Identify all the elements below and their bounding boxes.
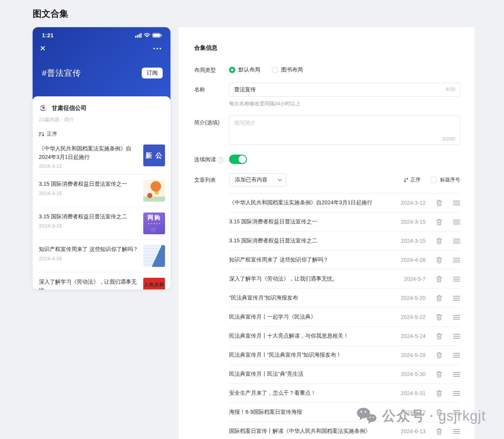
trash-icon[interactable] bbox=[436, 257, 442, 263]
intro-label: 简介(选填) bbox=[194, 115, 229, 126]
article-title: 《中华人民共和国档案法实施条例》自2024年3月1日起施行 bbox=[39, 145, 139, 161]
collection-editor-panel: 合集信息 布局类型 默认布局 图书布局 名称 4/30 每次名称修改需间隔24 bbox=[179, 27, 474, 439]
row-title: 3.15 国际消费者权益日普法宣传之一 bbox=[229, 218, 390, 225]
phone-article-list: 《中华人民共和国档案法实施条例》自2024年3月1日起施行 2024-3-12 … bbox=[39, 139, 165, 289]
table-row: 民法典宣传月丨一起学习《民法典》 2024-5-22 bbox=[229, 308, 460, 327]
sort-arrows-icon bbox=[404, 178, 408, 183]
phone-sort-toggle[interactable]: 正序 bbox=[39, 131, 165, 138]
account-row[interactable]: 甘肃征信公司 bbox=[39, 103, 165, 113]
article-list-label: 文章列表 bbox=[194, 173, 229, 184]
account-meta: 21篇内容 · 简介 bbox=[39, 116, 165, 123]
trash-icon[interactable] bbox=[436, 295, 442, 301]
article-table: 《中华人民共和国档案法实施条例》自2024年3月1日起施行 2024-3-12 … bbox=[229, 193, 460, 439]
intro-textarea[interactable] bbox=[229, 116, 460, 136]
drag-handle-icon[interactable] bbox=[453, 372, 460, 377]
drag-handle-icon[interactable] bbox=[453, 410, 460, 415]
subscribe-button[interactable]: 订阅 bbox=[142, 68, 163, 78]
trash-icon[interactable] bbox=[436, 314, 442, 321]
row-title: 安全生产月来了，怎么干？看重点！ bbox=[229, 390, 390, 397]
table-row: 国际档案日宣传丨解读《中华人民共和国档案法实施条例》 2024-6-13 bbox=[229, 422, 460, 439]
table-row: 安全生产月来了，怎么干？看重点！ 2024-5-31 bbox=[229, 384, 460, 403]
drag-handle-icon[interactable] bbox=[453, 239, 460, 244]
chevron-down-icon[interactable] bbox=[273, 179, 286, 181]
trash-icon[interactable] bbox=[436, 428, 442, 435]
radio-book-layout[interactable]: 图书布局 bbox=[272, 66, 303, 73]
article-thumbnail bbox=[143, 180, 165, 202]
article-date: 2024-3-12 bbox=[39, 163, 139, 169]
drag-handle-icon[interactable] bbox=[453, 334, 460, 339]
trash-icon[interactable] bbox=[436, 390, 442, 397]
radio-book-label: 图书布局 bbox=[281, 66, 303, 73]
title-number-checkbox-row[interactable]: 标题序号 bbox=[431, 176, 460, 183]
phone-sort-label: 正序 bbox=[47, 131, 57, 138]
article-title: 深入了解学习《劳动法》，让我们遇事无忧。 bbox=[39, 278, 139, 289]
continuous-reading-toggle[interactable] bbox=[229, 155, 247, 164]
trash-icon[interactable] bbox=[436, 219, 442, 225]
row-title: 《中华人民共和国档案法实施条例》自2024年3月1日起施行 bbox=[229, 199, 390, 206]
row-date: 2024-5-24 bbox=[395, 333, 426, 339]
drag-handle-icon[interactable] bbox=[453, 200, 460, 206]
table-row: “民法典宣传月”知识海报发布 2024-5-20 bbox=[229, 289, 460, 308]
battery-icon bbox=[152, 33, 162, 38]
trash-icon[interactable] bbox=[436, 238, 442, 244]
row-date: 2024-6-13 bbox=[395, 428, 426, 434]
row-date: 2024-5-7 bbox=[395, 276, 426, 282]
close-icon[interactable]: ✕ bbox=[40, 45, 46, 52]
phone-header: 1:21 ✕ bbox=[33, 27, 170, 102]
drag-handle-icon[interactable] bbox=[453, 429, 460, 434]
article-date: 2024-3-15 bbox=[39, 190, 139, 196]
phone-status-bar: 1:21 bbox=[33, 27, 170, 38]
drag-handle-icon[interactable] bbox=[453, 353, 460, 358]
page-title: 图文合集 bbox=[33, 8, 68, 20]
radio-unselected-icon bbox=[272, 67, 278, 73]
table-sort-toggle[interactable]: 正序 bbox=[404, 176, 421, 183]
drag-handle-icon[interactable] bbox=[453, 391, 460, 396]
table-row: 民法典宣传月丨“民法典宣传月”知识海报发布！ 2024-5-28 bbox=[229, 346, 460, 365]
account-logo bbox=[39, 103, 48, 113]
trash-icon[interactable] bbox=[436, 409, 442, 416]
drag-handle-icon[interactable] bbox=[453, 315, 460, 320]
row-title: 深入了解学习《劳动法》，让我们遇事无忧。 bbox=[229, 275, 390, 282]
article-thumbnail: 网购＊＊＊＊＊🛒 bbox=[143, 213, 165, 234]
row-date: 2024-6-12 bbox=[395, 409, 426, 415]
drag-handle-icon[interactable] bbox=[453, 277, 460, 282]
phone-collection-title: #普法宣传 bbox=[42, 68, 81, 78]
radio-default-layout[interactable]: 默认布局 bbox=[229, 66, 260, 73]
article-title: 知识产权宣传周来了 这些知识你了解吗？ bbox=[39, 245, 139, 254]
table-row: 《中华人民共和国档案法实施条例》自2024年3月1日起施行 2024-3-12 bbox=[229, 193, 460, 213]
drag-handle-icon[interactable] bbox=[453, 296, 460, 301]
help-icon[interactable]: ? bbox=[218, 157, 224, 163]
wifi-icon bbox=[144, 33, 150, 38]
cellular-signal-icon bbox=[135, 33, 142, 38]
drag-handle-icon[interactable] bbox=[453, 220, 460, 225]
name-input[interactable] bbox=[229, 83, 460, 97]
radio-default-label: 默认布局 bbox=[238, 66, 260, 73]
phone-article-item[interactable]: 《中华人民共和国档案法实施条例》自2024年3月1日起施行 2024-3-12 … bbox=[39, 139, 165, 174]
phone-article-item[interactable]: 3.15 国际消费者权益日普法宣传之二 2024-3-15 网购＊＊＊＊＊🛒 bbox=[39, 207, 165, 240]
phone-article-item[interactable]: 知识产权宣传周来了 这些知识你了解吗？ 2024-4-28 bbox=[39, 240, 165, 272]
add-existing-content-button[interactable]: 添加已有内容 bbox=[229, 173, 286, 186]
row-date: 2024-5-28 bbox=[395, 352, 426, 358]
checkbox-unchecked-icon[interactable] bbox=[431, 177, 437, 183]
row-title: 民法典宣传月丨十大亮点解读，与你我息息相关！ bbox=[229, 333, 390, 340]
trash-icon[interactable] bbox=[436, 333, 442, 340]
phone-article-item[interactable]: 深入了解学习《劳动法》，让我们遇事无忧。 2024-5-7 人民共和劳动法 bbox=[39, 272, 165, 289]
trash-icon[interactable] bbox=[436, 276, 442, 282]
drag-handle-icon[interactable] bbox=[453, 258, 460, 263]
more-menu-icon[interactable] bbox=[152, 46, 163, 51]
row-title: 民法典宣传月丨民法“典”亮生活 bbox=[229, 371, 390, 378]
row-date: 2024-5-20 bbox=[395, 295, 426, 301]
section-title: 合集信息 bbox=[194, 44, 460, 52]
article-thumbnail: 人民共和劳动法 bbox=[143, 278, 165, 289]
phone-article-item[interactable]: 3.15 国际消费者权益日普法宣传之一 2024-3-15 bbox=[39, 174, 165, 207]
table-sort-label: 正序 bbox=[410, 176, 421, 183]
trash-icon[interactable] bbox=[436, 200, 442, 206]
phone-content-sheet: 甘肃征信公司 21篇内容 · 简介 正序 《中华人民共和国档案法实施条例》自20… bbox=[33, 96, 170, 289]
name-helper-text: 每次名称修改需间隔24小时以上 bbox=[229, 100, 460, 107]
row-date: 2024-3-15 bbox=[395, 238, 426, 244]
article-thumbnail: 新 公 bbox=[143, 145, 165, 166]
row-date: 2024-3-15 bbox=[395, 219, 426, 225]
trash-icon[interactable] bbox=[436, 352, 442, 359]
trash-icon[interactable] bbox=[436, 371, 442, 378]
row-date: 2024-5-22 bbox=[395, 314, 426, 320]
